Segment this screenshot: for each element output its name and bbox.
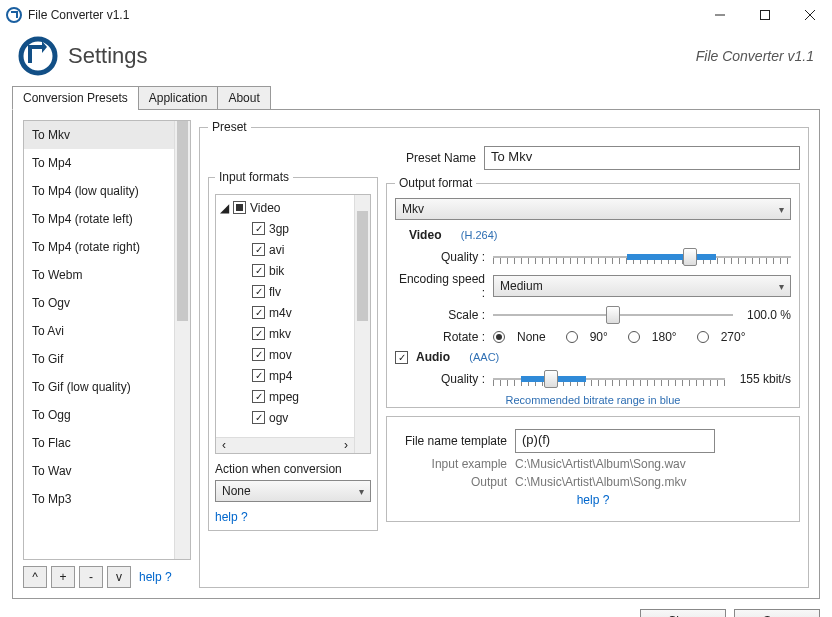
format-checkbox[interactable] bbox=[252, 369, 265, 382]
slider-thumb[interactable] bbox=[683, 248, 697, 266]
rotate-270-radio[interactable] bbox=[697, 331, 709, 343]
preset-item[interactable]: To Mp4 (rotate right) bbox=[24, 233, 174, 261]
preset-item[interactable]: To Ogv bbox=[24, 289, 174, 317]
rotate-option-label: 270° bbox=[721, 330, 746, 344]
title-bar: File Converter v1.1 bbox=[0, 0, 832, 30]
output-format-value: Mkv bbox=[402, 202, 424, 216]
logo-icon bbox=[18, 36, 58, 76]
encoding-speed-label: Encoding speed : bbox=[395, 272, 485, 300]
rotate-90-radio[interactable] bbox=[566, 331, 578, 343]
format-label: 3gp bbox=[269, 222, 289, 236]
action-value: None bbox=[222, 484, 251, 498]
audio-quality-slider[interactable] bbox=[493, 368, 725, 390]
save-button[interactable]: Save bbox=[734, 609, 820, 617]
preset-item[interactable]: To Mp4 (rotate left) bbox=[24, 205, 174, 233]
close-dialog-button[interactable]: Close bbox=[640, 609, 726, 617]
scroll-thumb[interactable] bbox=[357, 211, 368, 321]
add-preset-button[interactable]: + bbox=[51, 566, 75, 588]
format-label: mov bbox=[269, 348, 292, 362]
preset-item[interactable]: To Mp3 bbox=[24, 485, 174, 513]
presets-help-link[interactable]: help ? bbox=[139, 570, 172, 584]
format-checkbox[interactable] bbox=[252, 348, 265, 361]
presets-list[interactable]: To Mkv To Mp4 To Mp4 (low quality) To Mp… bbox=[24, 121, 174, 559]
slider-thumb[interactable] bbox=[544, 370, 558, 388]
preset-item[interactable]: To Gif bbox=[24, 345, 174, 373]
audio-quality-label: Quality : bbox=[395, 372, 485, 386]
close-button[interactable] bbox=[787, 0, 832, 30]
remove-preset-button[interactable]: - bbox=[79, 566, 103, 588]
brand-label: File Converter v1.1 bbox=[696, 48, 814, 64]
scroll-thumb[interactable] bbox=[177, 121, 188, 321]
video-quality-slider[interactable] bbox=[493, 246, 791, 268]
format-checkbox[interactable] bbox=[252, 222, 265, 235]
input-help-link[interactable]: help ? bbox=[215, 510, 248, 524]
page-title: Settings bbox=[68, 43, 696, 69]
move-up-button[interactable]: ^ bbox=[23, 566, 47, 588]
format-label: avi bbox=[269, 243, 284, 257]
app-icon bbox=[6, 7, 22, 23]
preset-item[interactable]: To Mp4 (low quality) bbox=[24, 177, 174, 205]
presets-column: To Mkv To Mp4 To Mp4 (low quality) To Mp… bbox=[23, 120, 191, 588]
move-down-button[interactable]: v bbox=[107, 566, 131, 588]
filename-template-input[interactable]: (p)(f) bbox=[515, 429, 715, 453]
chevron-down-icon: ▾ bbox=[359, 486, 364, 497]
output-format-group: Output format Mkv▾ Video (H.264) Quality… bbox=[386, 176, 800, 408]
maximize-button[interactable] bbox=[742, 0, 787, 30]
rotate-none-radio[interactable] bbox=[493, 331, 505, 343]
chevron-down-icon: ▾ bbox=[779, 281, 784, 292]
output-format-combo[interactable]: Mkv▾ bbox=[395, 198, 791, 220]
format-checkbox[interactable] bbox=[252, 327, 265, 340]
page-header: Settings File Converter v1.1 bbox=[0, 30, 832, 86]
template-help-link[interactable]: help ? bbox=[577, 493, 610, 507]
input-formats-group: Input formats ◢Video 3gp avi bik flv m4v… bbox=[208, 170, 378, 531]
preset-item[interactable]: To Gif (low quality) bbox=[24, 373, 174, 401]
preset-item[interactable]: To Avi bbox=[24, 317, 174, 345]
main-panel: To Mkv To Mp4 To Mp4 (low quality) To Mp… bbox=[12, 109, 820, 599]
format-label: m4v bbox=[269, 306, 292, 320]
preset-item[interactable]: To Wav bbox=[24, 457, 174, 485]
preset-item[interactable]: To Flac bbox=[24, 429, 174, 457]
video-group-checkbox[interactable] bbox=[233, 201, 246, 214]
rotate-180-radio[interactable] bbox=[628, 331, 640, 343]
rotate-option-label: 90° bbox=[590, 330, 608, 344]
collapse-icon[interactable]: ◢ bbox=[220, 201, 229, 215]
audio-enable-checkbox[interactable] bbox=[395, 351, 408, 364]
tab-conversion-presets[interactable]: Conversion Presets bbox=[12, 86, 139, 110]
input-formats-legend: Input formats bbox=[215, 170, 293, 184]
tree-vscroll[interactable] bbox=[354, 195, 370, 453]
preset-name-input[interactable]: To Mkv bbox=[484, 146, 800, 170]
format-checkbox[interactable] bbox=[252, 264, 265, 277]
input-example-label: Input example bbox=[397, 457, 507, 471]
dialog-footer: Close Save bbox=[0, 605, 832, 617]
format-label: mp4 bbox=[269, 369, 292, 383]
slider-thumb[interactable] bbox=[606, 306, 620, 324]
tree-hscroll[interactable]: ‹› bbox=[216, 437, 354, 453]
scale-value: 100.0 % bbox=[741, 308, 791, 322]
minimize-button[interactable] bbox=[697, 0, 742, 30]
preset-item[interactable]: To Mkv bbox=[24, 121, 174, 149]
output-example-label: Output bbox=[397, 475, 507, 489]
preset-item[interactable]: To Ogg bbox=[24, 401, 174, 429]
preset-item[interactable]: To Mp4 bbox=[24, 149, 174, 177]
rotate-label: Rotate : bbox=[395, 330, 485, 344]
format-checkbox[interactable] bbox=[252, 390, 265, 403]
format-checkbox[interactable] bbox=[252, 306, 265, 319]
svg-rect-2 bbox=[760, 11, 769, 20]
action-combo[interactable]: None▾ bbox=[215, 480, 371, 502]
presets-scrollbar[interactable] bbox=[174, 121, 190, 559]
input-formats-column: Input formats ◢Video 3gp avi bik flv m4v… bbox=[208, 142, 378, 579]
format-label: mpeg bbox=[269, 390, 299, 404]
format-checkbox[interactable] bbox=[252, 411, 265, 424]
tab-about[interactable]: About bbox=[217, 86, 270, 110]
tab-application[interactable]: Application bbox=[138, 86, 219, 110]
scale-slider[interactable] bbox=[493, 304, 733, 326]
audio-bitrate: 155 kbit/s bbox=[733, 372, 791, 386]
input-formats-tree[interactable]: ◢Video 3gp avi bik flv m4v mkv mov mp4 m… bbox=[216, 195, 354, 437]
preset-group: Preset Input formats ◢Video 3gp avi bik … bbox=[199, 120, 809, 588]
encoding-speed-combo[interactable]: Medium▾ bbox=[493, 275, 791, 297]
format-checkbox[interactable] bbox=[252, 285, 265, 298]
format-label: bik bbox=[269, 264, 284, 278]
format-checkbox[interactable] bbox=[252, 243, 265, 256]
preset-item[interactable]: To Webm bbox=[24, 261, 174, 289]
video-codec: (H.264) bbox=[461, 229, 498, 241]
